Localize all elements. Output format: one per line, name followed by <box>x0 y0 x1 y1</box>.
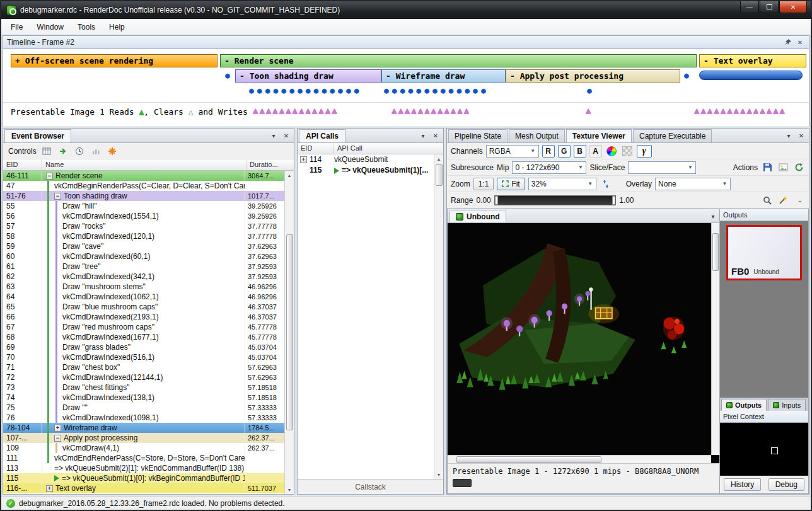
stats-icon[interactable] <box>90 145 102 158</box>
tab-mesh-output[interactable]: Mesh Output <box>509 129 565 142</box>
table-row[interactable]: 69 Draw "grass blades" 45.03704 <box>3 342 284 352</box>
chevron-down-icon[interactable]: ▾ <box>269 131 279 140</box>
close-icon[interactable]: ✕ <box>795 38 805 47</box>
table-row[interactable]: 72 vkCmdDrawIndexed(12144,1) 57.62963 <box>3 372 284 382</box>
expander-icon[interactable]: + <box>46 485 53 492</box>
close-button[interactable]: ✕ <box>779 1 807 13</box>
table-row[interactable]: 56 vkCmdDrawIndexed(1554,1) 39.25926 <box>3 211 284 221</box>
table-row[interactable]: 113 => vkQueueSubmit(2)[1]: vkEndCommand… <box>3 463 284 473</box>
table-row[interactable]: 70 vkCmdDrawIndexed(516,1) 45.03704 <box>3 352 284 362</box>
tab-pipeline-state[interactable]: Pipeline State <box>448 129 508 142</box>
scroll-down-icon[interactable]: ▼ <box>286 485 294 494</box>
minimize-button[interactable]: — <box>740 1 759 13</box>
close-icon[interactable]: ✕ <box>431 131 441 140</box>
tab-texture-viewer[interactable]: Texture Viewer <box>566 129 632 142</box>
table-row[interactable]: 75 Draw "" 57.33333 <box>3 403 284 413</box>
preview-horizontal-scrollbar[interactable] <box>448 455 711 463</box>
expander-icon[interactable]: + <box>54 425 61 432</box>
tab-inputs[interactable]: Inputs <box>768 399 806 411</box>
clock-icon[interactable] <box>73 145 86 158</box>
table-row[interactable]: 115 => vkQueueSubmit(1)[0]: vkBeginComma… <box>3 473 284 483</box>
table-row[interactable]: 65 Draw "blue mushroom caps" 46.37037 <box>3 302 284 312</box>
tab-outputs[interactable]: Outputs <box>721 399 767 411</box>
save-image-icon[interactable] <box>777 161 789 174</box>
table-row[interactable]: 73 Draw "chest fittings" 57.18518 <box>3 382 284 393</box>
scroll-down-icon[interactable]: ▼ <box>435 470 443 479</box>
timeline-body[interactable]: + Off-screen scene rendering - Render sc… <box>3 49 809 127</box>
timeline-bar-offscreen[interactable]: + Off-screen scene rendering <box>11 54 218 67</box>
table-row[interactable]: 107-... − Apply post processing 262.37..… <box>3 433 284 443</box>
timeline-usage-markers[interactable]: ▲ <box>586 106 592 115</box>
timeline-draw-dots[interactable]: ● <box>587 86 595 95</box>
texture-canvas[interactable] <box>448 223 719 463</box>
gamma-button[interactable]: γ <box>637 145 652 158</box>
table-row[interactable]: 51-76 − Toon shading draw 1017.7... <box>3 191 284 201</box>
timeline-usage-markers[interactable]: ▲▲▲▲▲▲▲▲▲▲▲▲▲ <box>253 106 339 115</box>
scroll-up-icon[interactable]: ▲ <box>435 154 443 163</box>
table-row[interactable]: 111 vkCmdEndRenderPass(C=Store, D=Store,… <box>3 453 284 463</box>
event-column-header[interactable]: EID Name Duratio... <box>3 159 294 171</box>
checkerboard-icon[interactable] <box>621 145 634 158</box>
table-row[interactable]: 74 vkCmdDrawIndexed(138,1) 57.18518 <box>3 393 284 403</box>
scroll-up-icon[interactable]: ▲ <box>286 171 294 180</box>
mip-select[interactable]: 0 - 1272x690▼ <box>512 161 586 174</box>
timeline-draw-dots[interactable]: ●●●●●●●●●●●●●● <box>249 86 362 95</box>
table-row[interactable]: 63 Draw "mushroom stems" 46.96296 <box>3 282 284 292</box>
timeline-overlay-draws-bar[interactable] <box>699 71 803 80</box>
expander-icon[interactable]: − <box>54 193 61 200</box>
table-row[interactable]: 76 vkCmdDrawIndexed(1098,1) 57.33333 <box>3 413 284 423</box>
sliceface-select[interactable]: ▼ <box>628 161 696 174</box>
timeline-bar-post-processing[interactable]: - Apply post processing <box>506 69 680 83</box>
chevron-down-icon[interactable]: ▾ <box>418 131 428 140</box>
refresh-icon[interactable] <box>792 161 805 174</box>
table-row[interactable]: 116-... + Text overlay 511.7037 <box>3 483 284 493</box>
goto-eid-icon[interactable] <box>57 145 69 158</box>
time-draws-icon[interactable] <box>40 145 53 158</box>
timeline-usage-markers[interactable]: ▲▲▲▲▲▲▲▲▲▲▲▲ <box>392 106 470 115</box>
chevron-down-icon[interactable]: ▾ <box>708 212 718 221</box>
table-row[interactable]: 46-111 − Render scene 3064.7... <box>3 171 284 181</box>
green-channel-button[interactable]: G <box>558 145 571 158</box>
table-row[interactable]: 62 vkCmdDrawIndexed(342,1) 37.92593 <box>3 272 284 282</box>
table-row[interactable]: 55 Draw "hill" 39.25926 <box>3 201 284 211</box>
table-row[interactable]: 47 vkCmdBeginRenderPass(C=Clear, D=Clear… <box>3 181 284 191</box>
range-min-value[interactable]: 0.00 <box>476 196 490 205</box>
table-row[interactable]: 66 vkCmdDrawIndexed(2193,1) 46.37037 <box>3 312 284 322</box>
timeline-bar-render-scene[interactable]: - Render scene <box>220 54 697 67</box>
timeline-draw-dots[interactable]: ● <box>225 71 233 79</box>
timeline-bar-text-overlay[interactable]: - Text overlay <box>699 54 806 67</box>
settings-icon[interactable] <box>106 145 119 158</box>
callstack-section[interactable]: Callstack <box>298 479 443 494</box>
close-icon[interactable]: ✕ <box>796 131 806 140</box>
preview-vertical-scrollbar[interactable] <box>711 223 719 455</box>
api-calls-scrollbar[interactable]: ▲ ▼ <box>434 154 443 479</box>
autofit-wand-icon[interactable] <box>777 194 789 207</box>
menu-item-tools[interactable]: Tools <box>71 20 102 34</box>
api-call-row[interactable]: 115 => vkQueueSubmit(1)[... <box>298 165 434 176</box>
event-browser-scrollbar[interactable]: ▲ ▼ <box>284 171 294 494</box>
menu-item-help[interactable]: Help <box>102 20 132 34</box>
pixel-context-view[interactable] <box>720 423 808 476</box>
table-row[interactable]: 59 Draw "cave" 37.62963 <box>3 241 284 251</box>
debug-button[interactable]: Debug <box>768 478 804 491</box>
table-row[interactable]: 67 Draw "red mushroom caps" 45.77778 <box>3 322 284 332</box>
expander-icon[interactable]: − <box>54 435 61 442</box>
timeline-draw-dots[interactable]: ● <box>684 71 692 79</box>
range-black-point-handle[interactable] <box>495 196 498 205</box>
close-icon[interactable]: ✕ <box>281 131 291 140</box>
range-slider[interactable] <box>494 195 616 205</box>
red-channel-button[interactable]: R <box>542 145 555 158</box>
fit-button[interactable]: Fit <box>497 178 525 190</box>
table-row[interactable]: 78-104 + Wireframe draw 1784.5... <box>3 423 284 433</box>
table-row[interactable]: 68 vkCmdDrawIndexed(1677,1) 45.77778 <box>3 332 284 342</box>
table-row[interactable]: 58 vkCmdDrawIndexed(120,1) 37.77778 <box>3 231 284 241</box>
table-row[interactable]: 61 Draw "tree" 37.92593 <box>3 261 284 272</box>
history-button[interactable]: History <box>724 478 761 491</box>
tab-unbound[interactable]: Unbound <box>450 210 506 222</box>
timeline-bar-wireframe[interactable]: - Wireframe draw <box>381 69 506 83</box>
range-white-point-handle[interactable] <box>612 196 615 205</box>
table-row[interactable]: 109 vkCmdDraw(4,1) 262.37... <box>3 443 284 453</box>
overlay-select[interactable]: None▼ <box>655 178 731 190</box>
pin-icon[interactable] <box>782 38 792 47</box>
table-row[interactable]: 64 vkCmdDrawIndexed(1062,1) 46.96296 <box>3 292 284 302</box>
